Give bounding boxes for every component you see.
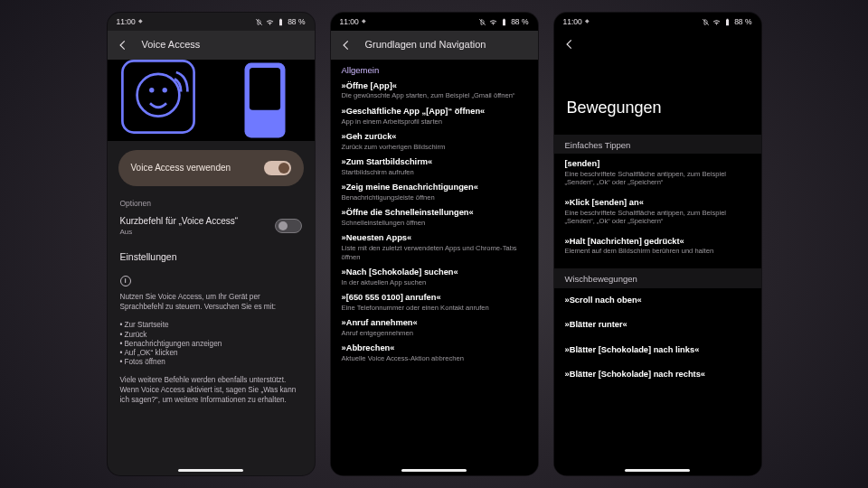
shortcut-row[interactable]: Kurzbefehl für „Voice Access“ Aus: [108, 211, 315, 243]
command-item[interactable]: »Zeig meine Benachrichtigungen«Benachric…: [331, 180, 538, 205]
command-item[interactable]: »[650 555 0100] anrufen«Eine Telefonnumm…: [331, 290, 538, 315]
shortcut-switch[interactable]: [275, 219, 302, 233]
back-icon[interactable]: [563, 38, 576, 51]
battery-icon: [500, 18, 508, 26]
status-diamond-icon: ◆: [585, 18, 590, 25]
status-battery: 88 %: [288, 17, 305, 27]
command-item[interactable]: »Geh zurück«Zurück zum vorherigen Bildsc…: [331, 129, 538, 155]
command-item[interactable]: »Scroll nach oben«: [554, 288, 761, 314]
mute-icon: [255, 18, 263, 26]
screen-basics-navigation: 11:00 ◆ 88 % Grundlagen und Navigation A…: [331, 13, 538, 475]
command-item[interactable]: »Neuesten Apps«Liste mit den zuletzt ver…: [331, 230, 538, 265]
status-bar: 11:00 ◆ 88 %: [331, 13, 538, 31]
status-diamond-icon: ◆: [138, 18, 143, 25]
svg-rect-5: [249, 68, 279, 110]
use-voice-access-switch[interactable]: [264, 161, 291, 175]
command-item[interactable]: »Anruf annehmen«Anruf entgegennehmen: [331, 315, 538, 341]
screen-voice-access-settings: 11:00 ◆ 88 % Voice Access: [108, 13, 315, 475]
svg-point-1: [137, 74, 179, 117]
bullet: Zur Startseite: [120, 321, 302, 330]
battery-icon: [723, 18, 731, 26]
section-gap: [554, 261, 761, 268]
gesture-bar[interactable]: [625, 469, 690, 472]
wifi-icon: [712, 18, 721, 26]
status-time: 11:00: [563, 17, 582, 27]
shortcut-subtitle: Aus: [120, 228, 239, 237]
status-bar: 11:00 ◆ 88 %: [554, 13, 761, 31]
wifi-icon: [489, 18, 497, 26]
help-bullets: Zur Startseite Zurück Benachrichtigungen…: [108, 317, 315, 372]
command-item[interactable]: »Halt [Nachrichten] gedrückt«Element auf…: [554, 231, 761, 261]
page-title: Voice Access: [142, 39, 201, 52]
svg-point-3: [162, 88, 166, 92]
battery-icon: [277, 18, 285, 26]
command-item[interactable]: »Blätter [Schokolade] nach rechts«: [554, 362, 761, 388]
app-bar: [554, 31, 761, 58]
screen3-body[interactable]: Bewegungen Einfaches Tippen [senden]Eine…: [554, 58, 761, 475]
page-title: Grundlagen und Navigation: [365, 39, 486, 52]
status-battery: 88 %: [511, 17, 528, 27]
section-header-tap: Einfaches Tippen: [554, 135, 761, 155]
command-item[interactable]: »Klick [senden] an«Eine beschriftete Sch…: [554, 192, 761, 231]
command-item[interactable]: [senden]Eine beschriftete Schaltfläche a…: [554, 154, 761, 192]
back-icon[interactable]: [340, 39, 353, 52]
bullet: Zurück: [120, 331, 302, 340]
use-voice-access-label: Voice Access verwenden: [131, 163, 231, 174]
settings-row[interactable]: Einstellungen: [108, 242, 315, 272]
status-time: 11:00: [340, 17, 359, 27]
command-item[interactable]: »Zum Startbildschirm«Startbildschirm auf…: [331, 155, 538, 180]
command-item[interactable]: »Abbrechen«Aktuelle Voice Access-Aktion …: [331, 341, 538, 366]
shortcut-title: Kurzbefehl für „Voice Access“: [120, 216, 239, 228]
app-bar: Grundlagen und Navigation: [331, 31, 538, 60]
use-voice-access-toggle-row[interactable]: Voice Access verwenden: [118, 150, 304, 186]
section-header-swipe: Wischbewegungen: [554, 268, 761, 288]
status-time: 11:00: [117, 17, 136, 27]
mute-icon: [478, 18, 486, 26]
command-item[interactable]: »Nach [Schokolade] suchen«In der aktuell…: [331, 265, 538, 290]
options-section-label: Optionen: [108, 192, 315, 211]
back-icon[interactable]: [117, 39, 129, 52]
svg-point-2: [149, 88, 154, 92]
bullet: Benachrichtigungen anzeigen: [120, 340, 302, 349]
screen-gestures: 11:00 ◆ 88 % Bewegungen Einfaches Tippen…: [554, 13, 761, 475]
info-icon: i: [120, 276, 131, 286]
category-header: Allgemein: [331, 60, 538, 79]
page-large-title: Bewegungen: [554, 58, 761, 135]
command-item[interactable]: »Blätter runter«: [554, 313, 761, 338]
gesture-bar[interactable]: [401, 469, 467, 472]
help-footer: Viele weitere Befehle werden ebenfalls u…: [108, 373, 315, 410]
stage: 11:00 ◆ 88 % Voice Access: [0, 0, 868, 488]
command-item[interactable]: »Blätter [Schokolade] nach links«: [554, 338, 761, 363]
command-item[interactable]: »Öffne [App]«Die gewünschte App starten,…: [331, 79, 538, 104]
bullet: Auf „OK“ klicken: [120, 349, 302, 358]
screen2-body[interactable]: Allgemein »Öffne [App]«Die gewünschte Ap…: [331, 60, 538, 475]
voice-access-illustration: [108, 60, 315, 141]
command-item[interactable]: »Geschäftliche App „[App]“ öffnen«App in…: [331, 104, 538, 129]
bullet: Fotos öffnen: [120, 358, 302, 367]
status-diamond-icon: ◆: [362, 18, 366, 25]
status-bar: 11:00 ◆ 88 %: [108, 13, 315, 31]
mute-icon: [702, 18, 710, 26]
command-item[interactable]: »Öffne die Schnelleinstellungen«Schnelle…: [331, 205, 538, 230]
help-paragraph: Nutzen Sie Voice Access, um Ihr Gerät pe…: [108, 290, 315, 317]
screen1-body: Voice Access verwenden Optionen Kurzbefe…: [108, 60, 315, 475]
wifi-icon: [266, 18, 274, 26]
gesture-bar[interactable]: [178, 469, 243, 472]
svg-rect-0: [122, 61, 193, 132]
status-battery: 88 %: [734, 17, 751, 27]
app-bar: Voice Access: [108, 31, 315, 60]
